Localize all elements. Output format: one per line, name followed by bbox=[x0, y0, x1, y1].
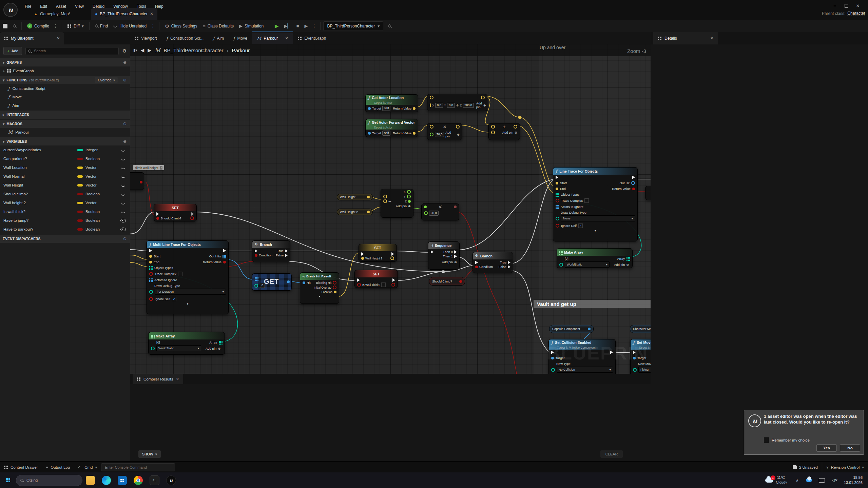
function-item-aim[interactable]: ƒAim bbox=[0, 101, 130, 110]
variable-row[interactable]: Should climb?Boolean bbox=[0, 190, 130, 198]
float-out-pin[interactable] bbox=[408, 200, 411, 203]
add-pin-button[interactable]: Add pin⊕ bbox=[206, 347, 220, 350]
node-set-wall-height-2[interactable]: SET Wall Height 2 bbox=[359, 244, 397, 262]
exec-in-pin[interactable] bbox=[156, 212, 159, 216]
node-multiply[interactable]: × 70,0 Add pin⊕ bbox=[427, 123, 462, 140]
tab-my-blueprint[interactable]: My Blueprint ✕ bbox=[0, 32, 64, 44]
node-set-movement-mode[interactable]: ƒSet MoveTarget is C Target New Mov Flyi… bbox=[630, 339, 651, 374]
onedrive-icon[interactable] bbox=[806, 479, 812, 482]
diff-button[interactable]: Diff▾ bbox=[65, 21, 86, 31]
node-get-actor-forward-vector[interactable]: ƒGet Actor Forward VectorTarget is Actor… bbox=[365, 119, 418, 137]
float-pin[interactable] bbox=[424, 206, 427, 208]
struct-pin[interactable] bbox=[303, 281, 305, 284]
exec-in-pin[interactable] bbox=[551, 351, 554, 354]
close-tab-icon[interactable]: ✕ bbox=[150, 12, 153, 16]
multiply-value[interactable]: 70,0 bbox=[435, 132, 444, 137]
file-explorer-icon[interactable] bbox=[86, 476, 95, 485]
console-command-input[interactable] bbox=[104, 465, 172, 470]
exec-out-pin[interactable] bbox=[223, 249, 226, 252]
float-out-pin[interactable] bbox=[407, 195, 411, 198]
tab-parkour[interactable]: MParkour✕ bbox=[252, 32, 293, 44]
draw-debug-dropdown[interactable]: For Duration▾ bbox=[155, 289, 226, 295]
pin-icon[interactable]: ▪ bbox=[160, 166, 162, 170]
bool-out-pin[interactable] bbox=[459, 280, 462, 283]
node-set-should-climb[interactable]: SET Should Climb? bbox=[154, 204, 197, 221]
vector-pin[interactable] bbox=[383, 195, 387, 198]
array-pin[interactable] bbox=[556, 193, 557, 194]
add-pin-button[interactable]: Add pin⊕ bbox=[614, 263, 629, 267]
class-settings-button[interactable]: ⚙ Class Settings bbox=[162, 21, 200, 31]
element-dropdown[interactable]: WorldStatic▾ bbox=[565, 261, 610, 268]
node-edge-clipped[interactable] bbox=[645, 186, 651, 200]
bool-checkbox[interactable] bbox=[381, 282, 386, 287]
array-out-pin[interactable] bbox=[626, 257, 628, 258]
struct-out-pin[interactable] bbox=[631, 181, 635, 185]
node-multi-line-trace-for-objects[interactable]: ƒMulti Line Trace For Objects Start Out … bbox=[147, 240, 229, 314]
chrome-browser-icon[interactable] bbox=[134, 476, 143, 485]
visibility-closed-eye-icon[interactable] bbox=[121, 210, 125, 213]
vector-pin[interactable] bbox=[430, 96, 433, 99]
clock-widget[interactable]: 18:56 13.01.2026 bbox=[844, 475, 863, 485]
bool-pin[interactable] bbox=[556, 199, 559, 202]
unsaved-button[interactable]: 2 Unsaved bbox=[789, 462, 822, 473]
enum-pin[interactable] bbox=[149, 290, 153, 294]
visibility-open-eye-icon[interactable] bbox=[120, 228, 126, 231]
vector-pin[interactable] bbox=[481, 96, 485, 99]
array-pin[interactable] bbox=[149, 266, 150, 267]
bool-pin[interactable] bbox=[357, 283, 361, 287]
taskbar-search[interactable]: Otsing bbox=[16, 475, 82, 486]
vector-pin[interactable] bbox=[149, 261, 152, 263]
play-button[interactable]: ▶ bbox=[272, 21, 282, 31]
variable-row[interactable]: Wall NormalVector bbox=[0, 172, 130, 181]
maximize-button[interactable] bbox=[841, 2, 852, 9]
node-add[interactable]: + Add pin⊕ bbox=[488, 123, 520, 140]
exec-true-pin[interactable] bbox=[285, 249, 288, 253]
collapse-chevron-icon[interactable]: ▾ bbox=[553, 229, 637, 232]
section-graphs[interactable]: ▾GRAPHS⊕ bbox=[0, 58, 130, 66]
float-pin[interactable] bbox=[424, 211, 428, 215]
object-pin[interactable] bbox=[368, 107, 371, 110]
exec-then1-pin[interactable] bbox=[454, 255, 457, 258]
vector-pin[interactable] bbox=[413, 132, 416, 135]
hide-unrelated-button[interactable]: Hide Unrelated bbox=[111, 21, 149, 31]
macro-item-parkour[interactable]: MParkour bbox=[0, 128, 130, 136]
tray-expand-icon[interactable]: ∧ bbox=[796, 478, 798, 483]
tab-viewport[interactable]: Viewport bbox=[130, 32, 161, 44]
float-pin[interactable] bbox=[430, 133, 433, 136]
yes-button[interactable]: Yes bbox=[816, 444, 837, 452]
close-panel-icon[interactable]: ✕ bbox=[57, 36, 60, 41]
find-button[interactable]: Find bbox=[92, 21, 111, 31]
collapsed-comment-bubble[interactable]: climb wall height▪ bbox=[133, 165, 164, 170]
vector-pin[interactable] bbox=[334, 291, 336, 293]
variable-row[interactable]: Have to parkour?Boolean bbox=[0, 225, 130, 234]
exec-out-pin[interactable] bbox=[191, 212, 194, 216]
variable-row[interactable]: currentWaypointIndexInteger bbox=[0, 145, 130, 154]
blueprint-graph-canvas[interactable]: Up and over Zoom -3 Vault and get up BLU… bbox=[130, 44, 651, 374]
asset-tab-bp-thirdpersoncharacter[interactable]: ● BP_ThirdPersonCharacter ✕ bbox=[91, 8, 157, 20]
close-tab-icon[interactable]: ✕ bbox=[710, 36, 714, 41]
vector-out-pin[interactable] bbox=[367, 211, 370, 213]
target-value[interactable]: self bbox=[382, 106, 390, 111]
bool-pin[interactable] bbox=[223, 261, 226, 263]
section-macros[interactable]: ▾MACROS⊕ bbox=[0, 120, 130, 128]
variable-row[interactable]: Is wall thick?Boolean bbox=[0, 207, 130, 216]
collapse-chevron-icon[interactable]: ▾ bbox=[147, 302, 228, 306]
exec-out-pin[interactable] bbox=[391, 252, 394, 256]
vector-pin[interactable] bbox=[413, 107, 416, 110]
tab-construction-script[interactable]: ƒConstruction Scr... bbox=[161, 32, 208, 44]
output-log-button[interactable]: ≡ Output Log bbox=[42, 462, 74, 473]
variable-row[interactable]: Wall HeightVector bbox=[0, 181, 130, 190]
eject-button[interactable]: ▶ bbox=[302, 21, 310, 31]
node-get-character-movement[interactable]: Character Mo bbox=[630, 325, 651, 333]
bool-pin[interactable] bbox=[149, 297, 153, 301]
bool-out-pin[interactable] bbox=[190, 216, 194, 220]
vector-pin[interactable] bbox=[556, 182, 558, 184]
enum-pin[interactable] bbox=[559, 263, 563, 267]
remember-checkbox[interactable] bbox=[764, 437, 769, 443]
vector-out-pin[interactable] bbox=[367, 196, 370, 198]
add-pin-button[interactable]: Add pin⊕ bbox=[396, 204, 411, 208]
comment-title-vault[interactable]: Vault and get up bbox=[534, 300, 651, 308]
compile-options-icon[interactable]: ⋮ bbox=[52, 23, 59, 28]
variable-row[interactable]: Wall LocationVector bbox=[0, 163, 130, 172]
bool-out-pin[interactable] bbox=[632, 188, 635, 190]
